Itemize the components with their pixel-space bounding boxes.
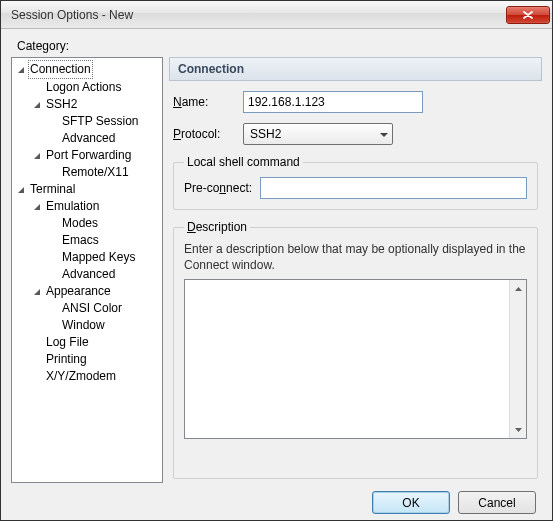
local-shell-group: Local shell command Pre-connect:: [173, 155, 538, 210]
protocol-value: SSH2: [250, 127, 281, 141]
tree-item-label: Window: [60, 317, 107, 334]
tree-item[interactable]: Log File: [12, 334, 162, 351]
protocol-row: Protocol: SSH2: [173, 123, 538, 145]
tree-item[interactable]: SSH2: [12, 96, 162, 113]
tree-item-label: Appearance: [44, 283, 113, 300]
dialog-buttons: OK Cancel: [11, 483, 542, 514]
tree-item-label: ANSI Color: [60, 300, 124, 317]
tree-item[interactable]: Emacs: [12, 232, 162, 249]
description-group: Description Enter a description below th…: [173, 220, 538, 479]
tree-item[interactable]: Port Forwarding: [12, 147, 162, 164]
tree-collapse-icon[interactable]: [32, 287, 42, 297]
tree-item-label: Terminal: [28, 181, 77, 198]
tree-item[interactable]: Logon Actions: [12, 79, 162, 96]
tree-item[interactable]: Modes: [12, 215, 162, 232]
panel-header: Connection: [169, 57, 542, 81]
tree-item[interactable]: ANSI Color: [12, 300, 162, 317]
scroll-down-icon[interactable]: [512, 423, 525, 436]
tree-item-label: Port Forwarding: [44, 147, 133, 164]
tree-item[interactable]: Mapped Keys: [12, 249, 162, 266]
description-legend: Description: [184, 220, 250, 234]
tree-item-label: Emulation: [44, 198, 101, 215]
preconnect-input[interactable]: [260, 177, 527, 199]
tree-item-label: Modes: [60, 215, 100, 232]
category-tree[interactable]: Connection Logon ActionsSSH2 SFTP Sessio…: [11, 57, 163, 483]
scroll-up-icon[interactable]: [512, 282, 525, 295]
tree-item-label: SSH2: [44, 96, 79, 113]
description-input[interactable]: [185, 280, 509, 438]
tree-item[interactable]: Window: [12, 317, 162, 334]
panel-body: Name: Protocol: SSH2 Local she: [169, 81, 542, 483]
tree-item-label: Advanced: [60, 130, 117, 147]
tree-item-label: X/Y/Zmodem: [44, 368, 118, 385]
tree-item-label: Log File: [44, 334, 91, 351]
close-button[interactable]: [506, 6, 550, 24]
tree-item-label: Printing: [44, 351, 89, 368]
tree-collapse-icon[interactable]: [16, 65, 26, 75]
tree-collapse-icon[interactable]: [32, 202, 42, 212]
name-row: Name:: [173, 91, 538, 113]
tree-collapse-icon[interactable]: [16, 185, 26, 195]
chevron-down-icon: [380, 127, 388, 141]
tree-item[interactable]: X/Y/Zmodem: [12, 368, 162, 385]
tree-item[interactable]: Advanced: [12, 266, 162, 283]
columns: Connection Logon ActionsSSH2 SFTP Sessio…: [11, 57, 542, 483]
settings-panel: Connection Name: Protocol: SSH2: [169, 57, 542, 483]
tree-item[interactable]: SFTP Session: [12, 113, 162, 130]
titlebar[interactable]: Session Options - New: [1, 1, 552, 29]
tree-item[interactable]: Remote/X11: [12, 164, 162, 181]
tree-item[interactable]: Connection: [12, 60, 162, 79]
protocol-label: Protocol:: [173, 127, 235, 141]
name-label: Name:: [173, 95, 235, 109]
tree-collapse-icon[interactable]: [32, 100, 42, 110]
tree-item[interactable]: Terminal: [12, 181, 162, 198]
tree-item-label: Logon Actions: [44, 79, 123, 96]
scrollbar[interactable]: [509, 280, 526, 438]
tree-item-label: Emacs: [60, 232, 101, 249]
close-icon: [523, 11, 533, 19]
category-label: Category:: [17, 39, 542, 53]
tree-item-label: Advanced: [60, 266, 117, 283]
description-wrap: [184, 279, 527, 439]
name-input[interactable]: [243, 91, 423, 113]
session-options-dialog: Session Options - New Category: Connecti…: [0, 0, 553, 521]
tree-item[interactable]: Appearance: [12, 283, 162, 300]
window-title: Session Options - New: [11, 8, 506, 22]
tree-item[interactable]: Printing: [12, 351, 162, 368]
tree-item-label: Remote/X11: [60, 164, 131, 181]
dialog-content: Category: Connection Logon ActionsSSH2 S…: [1, 29, 552, 520]
tree-item[interactable]: Emulation: [12, 198, 162, 215]
tree-item[interactable]: Advanced: [12, 130, 162, 147]
protocol-select[interactable]: SSH2: [243, 123, 393, 145]
ok-button[interactable]: OK: [372, 491, 450, 514]
preconnect-row: Pre-connect:: [184, 177, 527, 199]
preconnect-label: Pre-connect:: [184, 181, 252, 195]
tree-collapse-icon[interactable]: [32, 151, 42, 161]
tree-item-label: Mapped Keys: [60, 249, 137, 266]
local-shell-legend: Local shell command: [184, 155, 303, 169]
tree-item-label: Connection: [28, 60, 93, 79]
tree-item-label: SFTP Session: [60, 113, 140, 130]
cancel-button[interactable]: Cancel: [458, 491, 536, 514]
description-help: Enter a description below that may be op…: [184, 242, 527, 273]
